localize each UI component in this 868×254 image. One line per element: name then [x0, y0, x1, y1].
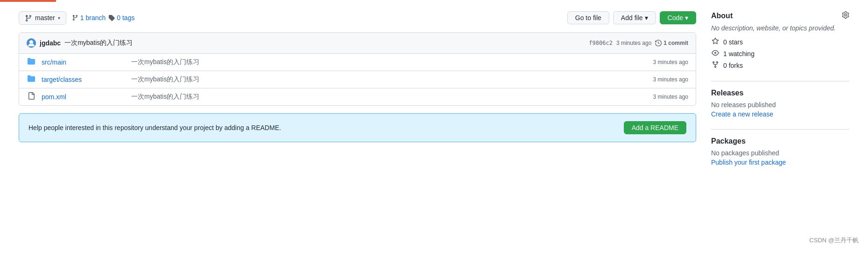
watching-stat: 1 watching — [711, 49, 849, 58]
watching-count: 1 watching — [723, 50, 755, 58]
add-file-label: Add file — [621, 14, 643, 22]
fork-icon — [711, 61, 720, 70]
branch-icon — [25, 14, 32, 22]
add-file-chevron-icon: ▾ — [645, 14, 648, 22]
stars-count: 0 stars — [723, 38, 743, 46]
packages-title: Packages — [711, 137, 746, 145]
divider-2 — [711, 129, 849, 130]
chevron-down-icon: ▾ — [58, 15, 60, 21]
readme-banner: Help people interested in this repositor… — [19, 113, 696, 142]
folder-icon — [27, 75, 36, 84]
releases-header: Releases — [711, 89, 849, 97]
table-row: target/classes 一次mybatis的入门练习 3 minutes … — [19, 71, 696, 88]
file-name: pom.xml — [42, 93, 126, 101]
tag-count-item: 0 tags — [108, 14, 134, 22]
tag-count-link[interactable]: 0 tags — [117, 14, 134, 22]
no-releases-text: No releases published — [711, 101, 849, 109]
file-commit-msg: 一次mybatis的入门练习 — [131, 58, 648, 66]
branch-selector[interactable]: master ▾ — [19, 11, 66, 25]
file-table: jgdabc 一次mybatis的入门练习 f9806c2 3 minutes … — [19, 32, 696, 106]
stars-stat: 0 stars — [711, 37, 849, 46]
commit-meta: f9806c2 3 minutes ago 1 commit — [589, 40, 688, 46]
commit-username: jgdabc — [40, 39, 61, 47]
table-row: pom.xml 一次mybatis的入门练习 3 minutes ago — [19, 88, 696, 105]
file-link[interactable]: pom.xml — [42, 93, 66, 101]
right-panel: About No description, website, or topics… — [711, 11, 849, 166]
file-link[interactable]: target/classes — [42, 76, 82, 83]
star-icon — [711, 37, 720, 46]
file-time: 3 minutes ago — [653, 76, 688, 83]
gear-icon[interactable] — [842, 11, 849, 21]
branch-name: master — [35, 14, 55, 22]
code-chevron-icon: ▾ — [685, 14, 688, 22]
releases-title: Releases — [711, 89, 743, 97]
about-title: About — [711, 12, 733, 20]
avatar — [27, 38, 36, 48]
avatar-image — [27, 38, 36, 48]
divider-1 — [711, 81, 849, 81]
left-panel: master ▾ 1 branch 0 tags Go — [19, 11, 696, 166]
code-button[interactable]: Code ▾ — [660, 11, 696, 24]
branch-info: 1 branch 0 tags — [72, 14, 135, 22]
table-row: src/main 一次mybatis的入门练习 3 minutes ago — [19, 54, 696, 71]
packages-header: Packages — [711, 137, 849, 145]
code-label: Code — [668, 14, 683, 22]
file-commit-msg: 一次mybatis的入门练习 — [131, 75, 648, 84]
readme-banner-text: Help people interested in this repositor… — [28, 124, 281, 131]
about-section: About No description, website, or topics… — [711, 11, 849, 70]
file-name: src/main — [42, 58, 126, 66]
no-packages-text: No packages published — [711, 149, 849, 157]
add-file-button[interactable]: Add file ▾ — [613, 11, 656, 24]
add-readme-button[interactable]: Add a README — [624, 121, 686, 134]
file-commit-msg: 一次mybatis的入门练习 — [131, 93, 648, 101]
go-to-file-button[interactable]: Go to file — [567, 11, 609, 24]
publish-package-link[interactable]: Publish your first package — [711, 159, 786, 166]
file-doc-icon — [27, 92, 36, 102]
branch-count-link[interactable]: 1 branch — [80, 14, 106, 22]
file-name: target/classes — [42, 76, 126, 83]
commit-row: jgdabc 一次mybatis的入门练习 f9806c2 3 minutes … — [19, 33, 696, 54]
commit-hash: f9806c2 — [589, 40, 613, 46]
forks-count: 0 forks — [723, 62, 743, 69]
create-release-link[interactable]: Create a new release — [711, 110, 773, 118]
toolbar: master ▾ 1 branch 0 tags Go — [19, 11, 696, 25]
about-header: About — [711, 11, 849, 21]
forks-stat: 0 forks — [711, 61, 849, 70]
packages-section: Packages No packages published Publish y… — [711, 137, 849, 166]
file-time: 3 minutes ago — [653, 59, 688, 65]
commit-count-link[interactable]: 1 commit — [663, 40, 688, 46]
releases-section: Releases No releases published Create a … — [711, 89, 849, 118]
file-link[interactable]: src/main — [42, 58, 66, 66]
toolbar-right: Go to file Add file ▾ Code ▾ — [567, 11, 696, 24]
file-time: 3 minutes ago — [653, 94, 688, 100]
folder-icon — [27, 58, 36, 67]
commit-count: 1 commit — [655, 40, 688, 46]
branch-count-item: 1 branch — [72, 14, 106, 22]
commit-message: 一次mybatis的入门练习 — [64, 39, 133, 47]
eye-icon — [711, 49, 720, 58]
commit-time: 3 minutes ago — [616, 40, 651, 46]
about-description: No description, website, or topics provi… — [711, 24, 849, 32]
